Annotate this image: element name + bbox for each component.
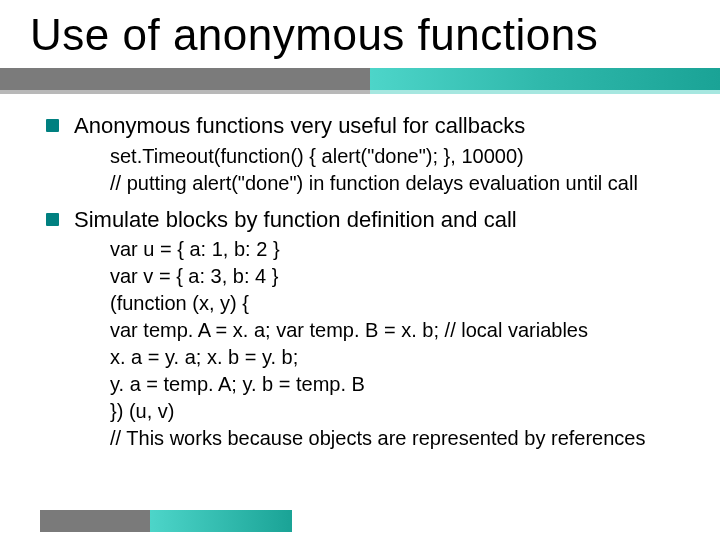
slide: Use of anonymous functions Anonymous fun… <box>0 0 720 540</box>
slide-body: Anonymous functions very useful for call… <box>0 100 720 451</box>
bullet-2-sub-1: var u = { a: 1, b: 2 } <box>46 237 680 262</box>
bullet-2-sub-4: var temp. A = x. a; var temp. B = x. b; … <box>46 318 680 343</box>
bullet-2-sub-3: (function (x, y) { <box>46 291 680 316</box>
bullet-1: Anonymous functions very useful for call… <box>46 112 680 140</box>
bullet-2-sub-2: var v = { a: 3, b: 4 } <box>46 264 680 289</box>
bullet-1-sub-2: // putting alert("done") in function del… <box>46 171 680 196</box>
bullet-2-sub-5: x. a = y. a; x. b = y. b; <box>46 345 680 370</box>
bullet-2-sub-6: y. a = temp. A; y. b = temp. B <box>46 372 680 397</box>
bullet-1-sub-1: set.Timeout(function() { alert("done"); … <box>46 144 680 169</box>
footer-decoration <box>40 510 292 532</box>
bullet-2-sub-7: }) (u, v) <box>46 399 680 424</box>
slide-title: Use of anonymous functions <box>0 0 720 66</box>
title-underline <box>0 68 720 100</box>
bullet-2-sub-8: // This works because objects are repres… <box>46 426 680 451</box>
bullet-2: Simulate blocks by function definition a… <box>46 206 680 234</box>
